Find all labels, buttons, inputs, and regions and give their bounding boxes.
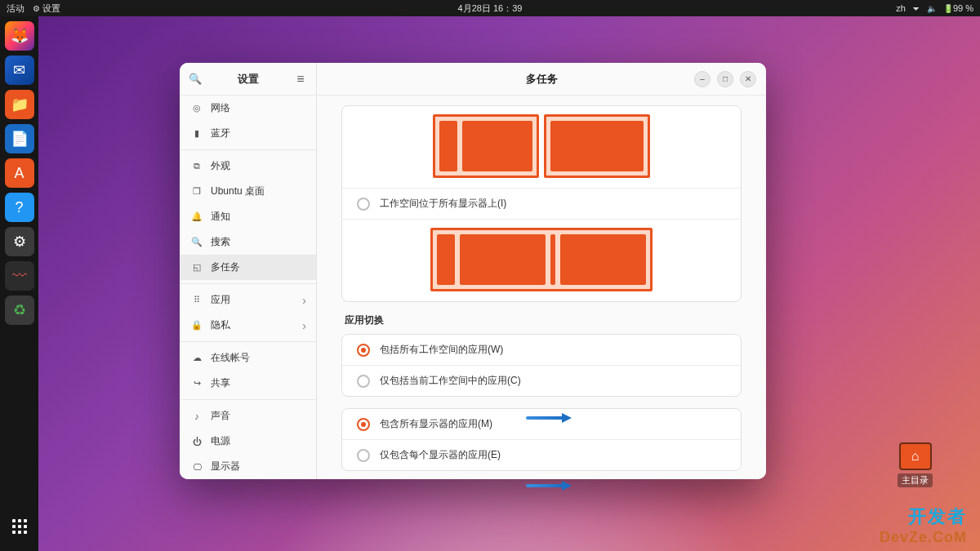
sidebar-item-在线帐号[interactable]: ☁在线帐号	[180, 345, 316, 371]
sidebar-item-label: 多任务	[211, 260, 240, 274]
battery-icon: 🔋	[943, 4, 953, 13]
radio-icon	[357, 344, 370, 357]
hamburger-button[interactable]: ≡	[293, 72, 308, 87]
window-maximize-button[interactable]: □	[717, 71, 733, 87]
sidebar-separator	[180, 341, 316, 342]
search-icon: 🔍	[189, 73, 202, 85]
sidebar-item-声音[interactable]: ♪声音	[180, 403, 316, 429]
desktop-home-folder[interactable]: ⌂ 主目录	[898, 442, 933, 487]
sidebar-item-label: 在线帐号	[211, 351, 250, 365]
sidebar-item-label: 通知	[211, 210, 230, 224]
sidebar-item-icon: ◱	[191, 262, 203, 273]
sidebar-item-icon: ⏻	[191, 437, 203, 447]
sidebar-item-搜索[interactable]: 🔍搜索	[180, 229, 316, 255]
radio-workspaces-all-displays[interactable]: 工作空间位于所有显示器上(I)	[342, 188, 741, 220]
sidebar-title: 设置	[203, 72, 293, 87]
radio-current-workspace-apps[interactable]: 仅包括当前工作空间中的应用(C)	[342, 366, 741, 396]
annotation-arrow-1	[526, 413, 572, 423]
sidebar-item-隐私[interactable]: 🔒隐私	[180, 313, 316, 338]
sidebar-item-共享[interactable]: ↪共享	[180, 371, 316, 396]
sidebar-header: 🔍 设置 ≡	[180, 63, 316, 96]
dock-system-monitor[interactable]: 〰	[5, 261, 34, 291]
radio-label: 仅包含每个显示器的应用(E)	[380, 448, 501, 462]
dock-thunderbird[interactable]: ✉	[5, 56, 34, 85]
radio-label: 包括所有工作空间的应用(W)	[380, 343, 503, 357]
sidebar-item-icon: 🔍	[191, 237, 203, 247]
sidebar-item-label: 网络	[211, 101, 230, 115]
sidebar-item-Ubuntu 桌面[interactable]: ❒Ubuntu 桌面	[180, 179, 316, 204]
activities-button[interactable]: 活动	[7, 2, 24, 15]
window-minimize-button[interactable]: –	[694, 71, 710, 87]
volume-icon[interactable]: 🔈	[927, 4, 937, 13]
sidebar-item-icon: ⧉	[191, 161, 203, 171]
dock-settings[interactable]: ⚙	[5, 227, 34, 256]
settings-window: 🔍 设置 ≡ ◎网络▮蓝牙⧉外观❒Ubuntu 桌面🔔通知🔍搜索◱多任务⠿应用🔒…	[180, 63, 766, 479]
dock-trash[interactable]: ♻	[5, 295, 34, 325]
illustration-primary-only	[342, 106, 741, 188]
main-header: 多任务 – □ ✕	[317, 63, 766, 96]
sidebar-item-icon: ❒	[191, 186, 203, 197]
sidebar-item-icon: ▮	[191, 128, 203, 139]
menu-icon: ≡	[296, 72, 304, 87]
battery-indicator[interactable]: 🔋99 %	[943, 3, 973, 13]
sidebar-separator	[180, 283, 316, 284]
radio-icon	[357, 198, 370, 211]
sidebar-item-icon: ↪	[191, 378, 203, 389]
radio-icon	[357, 375, 370, 388]
workspace-displays-card: 工作空间位于所有显示器上(I)	[341, 105, 742, 302]
sidebar-item-label: Ubuntu 桌面	[211, 184, 265, 198]
sidebar-item-label: 蓝牙	[211, 127, 230, 140]
sidebar-item-网络[interactable]: ◎网络	[180, 96, 316, 121]
sidebar-item-应用[interactable]: ⠿应用	[180, 287, 316, 313]
sidebar-item-label: 声音	[211, 409, 230, 423]
sidebar-item-显示器[interactable]: 🖵显示器	[180, 454, 316, 479]
network-icon[interactable]: ⏷	[912, 4, 920, 13]
dock-software[interactable]: A	[5, 158, 34, 188]
illustration-all-displays	[342, 220, 741, 301]
window-close-button[interactable]: ✕	[740, 71, 756, 87]
sidebar-item-通知[interactable]: 🔔通知	[180, 204, 316, 229]
top-bar: 活动 ⚙ 设置 4月28日 16：39 zh ⏷ 🔈 🔋99 %	[0, 0, 980, 16]
sidebar-separator	[180, 149, 316, 150]
sidebar-item-label: 隐私	[211, 318, 230, 332]
watermark: 开发者 DevZe.CoM	[880, 504, 967, 546]
dock-help[interactable]: ?	[5, 193, 34, 222]
sidebar-item-蓝牙[interactable]: ▮蓝牙	[180, 121, 316, 146]
input-source-indicator[interactable]: zh	[896, 3, 906, 13]
clock[interactable]: 4月28日 16：39	[458, 2, 523, 15]
sidebar-item-多任务[interactable]: ◱多任务	[180, 255, 316, 280]
sidebar-item-电源[interactable]: ⏻电源	[180, 429, 316, 454]
show-applications-button[interactable]	[5, 512, 34, 541]
sidebar-item-label: 电源	[211, 434, 230, 448]
apps-grid-icon	[12, 519, 27, 534]
gear-icon: ⚙	[33, 4, 40, 13]
radio-label: 包含所有显示器的应用(M)	[380, 417, 492, 431]
radio-label: 仅包括当前工作空间中的应用(C)	[380, 374, 521, 388]
annotation-arrow-2	[526, 481, 572, 491]
search-button[interactable]: 🔍	[188, 72, 203, 87]
sidebar-item-label: 共享	[211, 376, 230, 390]
current-app-indicator[interactable]: ⚙ 设置	[33, 2, 60, 15]
sidebar-separator	[180, 399, 316, 400]
sidebar-item-icon: ♪	[191, 411, 203, 421]
radio-each-monitor-apps[interactable]: 仅包含每个显示器的应用(E)	[342, 440, 741, 470]
sidebar-item-label: 应用	[211, 293, 230, 307]
sidebar-item-label: 外观	[211, 159, 230, 173]
sidebar-item-icon: ◎	[191, 103, 203, 113]
section-title-app-switching: 应用切换	[345, 313, 742, 327]
dock-libreoffice[interactable]: 📄	[5, 124, 34, 153]
sidebar-item-label: 显示器	[211, 460, 240, 473]
sidebar-item-icon: 🖵	[191, 462, 203, 472]
radio-label: 工作空间位于所有显示器上(I)	[380, 197, 506, 211]
sidebar-item-外观[interactable]: ⧉外观	[180, 153, 316, 179]
sidebar-item-icon: 🔒	[191, 320, 203, 331]
dock-files[interactable]: 📁	[5, 90, 34, 119]
radio-all-workspaces-apps[interactable]: 包括所有工作空间的应用(W)	[342, 335, 741, 366]
dock-firefox[interactable]: 🦊	[5, 21, 34, 51]
sidebar-item-icon: 🔔	[191, 211, 203, 222]
settings-sidebar: 🔍 设置 ≡ ◎网络▮蓝牙⧉外观❒Ubuntu 桌面🔔通知🔍搜索◱多任务⠿应用🔒…	[180, 63, 317, 479]
radio-icon	[357, 418, 370, 431]
radio-icon	[357, 449, 370, 462]
app-switch-workspaces-card: 包括所有工作空间的应用(W) 仅包括当前工作空间中的应用(C)	[341, 334, 742, 397]
sidebar-item-icon: ☁	[191, 353, 203, 363]
